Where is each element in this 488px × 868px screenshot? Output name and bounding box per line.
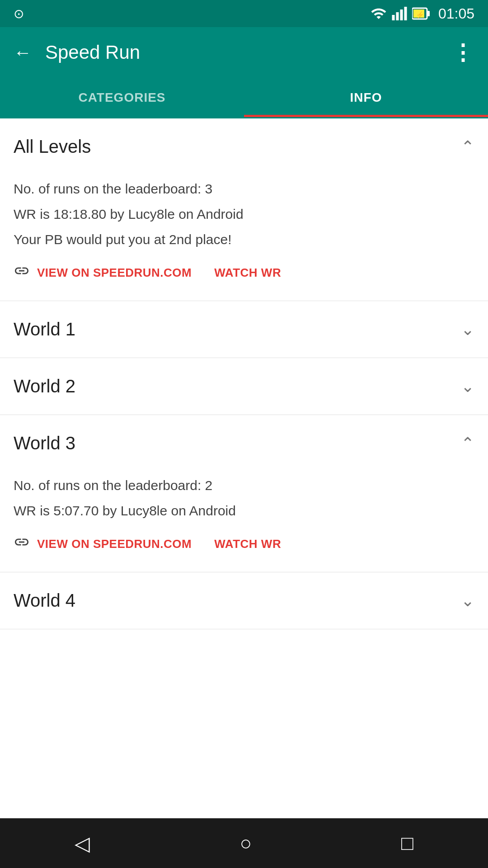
signal-icon: ⊙ [14,6,24,21]
toolbar: ← Speed Run ⋮ [0,27,488,78]
menu-button[interactable]: ⋮ [452,40,474,65]
battery-icon: ⚡ [412,5,431,22]
nav-home-button[interactable]: ○ [239,832,252,854]
category-world-2-header[interactable]: World 2 ⌄ [0,358,488,415]
world-3-actions: VIEW ON SPEEDRUN.COM WATCH WR [14,534,474,554]
category-world-3-header[interactable]: World 3 ⌃ [0,415,488,472]
category-world-4: World 4 ⌄ [0,572,488,629]
watch-wr-link[interactable]: WATCH WR [214,266,281,280]
chevron-down-icon-world-2: ⌄ [461,377,474,396]
view-speedrun-link[interactable]: VIEW ON SPEEDRUN.COM [14,263,192,283]
category-world-4-title: World 4 [14,590,75,611]
world-3-stat-0: No. of runs on the leaderboard: 2 [14,476,474,495]
category-all-levels: All Levels ⌃ No. of runs on the leaderbo… [0,118,488,301]
view-speedrun-label-w3: VIEW ON SPEEDRUN.COM [37,537,192,551]
all-levels-stat-2: Your PB would put you at 2nd place! [14,230,474,249]
watch-wr-label-w3: WATCH WR [214,537,281,551]
svg-rect-1 [396,12,399,20]
category-world-1-header[interactable]: World 1 ⌄ [0,301,488,358]
all-levels-stat-0: No. of runs on the leaderboard: 3 [14,179,474,198]
status-icons: ⚡ [371,5,431,22]
category-all-levels-header[interactable]: All Levels ⌃ [0,118,488,175]
category-all-levels-title: All Levels [14,137,91,157]
watch-wr-label: WATCH WR [214,266,281,280]
signal-bars-icon [391,5,408,22]
status-bar: ⊙ ⚡ 01:05 [0,0,488,27]
tab-bar: CATEGORIES INFO [0,78,488,118]
view-speedrun-label: VIEW ON SPEEDRUN.COM [37,266,192,280]
category-world-3-title: World 3 [14,433,75,453]
chevron-up-icon-all-levels: ⌃ [461,137,474,156]
svg-text:⚡: ⚡ [415,11,424,19]
status-bar-left: ⊙ [14,6,24,21]
category-world-1-title: World 1 [14,319,75,340]
back-button[interactable]: ← [14,42,32,63]
category-world-1: World 1 ⌄ [0,301,488,358]
category-world-4-header[interactable]: World 4 ⌄ [0,572,488,629]
view-speedrun-link-w3[interactable]: VIEW ON SPEEDRUN.COM [14,534,192,554]
toolbar-title: Speed Run [45,42,438,63]
svg-rect-5 [427,11,430,16]
category-world-3: World 3 ⌃ No. of runs on the leaderboard… [0,415,488,572]
link-icon-0 [14,263,30,283]
category-world-2-title: World 2 [14,376,75,396]
chevron-down-icon-world-1: ⌄ [461,320,474,339]
wifi-icon [371,5,387,22]
tab-info-label: INFO [350,90,382,105]
status-bar-right: ⚡ 01:05 [371,5,474,22]
chevron-up-icon-world-3: ⌃ [461,434,474,453]
chevron-down-icon-world-4: ⌄ [461,591,474,610]
svg-rect-0 [392,15,394,20]
watch-wr-link-w3[interactable]: WATCH WR [214,537,281,551]
nav-recent-button[interactable]: □ [401,832,413,854]
svg-rect-3 [404,7,407,20]
all-levels-actions: VIEW ON SPEEDRUN.COM WATCH WR [14,263,474,283]
tab-info[interactable]: INFO [244,78,488,117]
category-world-3-body: No. of runs on the leaderboard: 2 WR is … [0,472,488,572]
category-all-levels-body: No. of runs on the leaderboard: 3 WR is … [0,175,488,301]
svg-rect-2 [400,9,403,20]
nav-back-button[interactable]: ◁ [75,832,90,855]
main-content: All Levels ⌃ No. of runs on the leaderbo… [0,118,488,818]
link-icon-w3 [14,534,30,554]
tab-categories-label: CATEGORIES [78,90,165,105]
tab-categories[interactable]: CATEGORIES [0,78,244,117]
all-levels-stat-1: WR is 18:18.80 by Lucy8le on Android [14,205,474,224]
nav-bar: ◁ ○ □ [0,818,488,868]
status-time: 01:05 [438,5,474,22]
category-world-2: World 2 ⌄ [0,358,488,415]
world-3-stat-1: WR is 5:07.70 by Lucy8le on Android [14,501,474,520]
